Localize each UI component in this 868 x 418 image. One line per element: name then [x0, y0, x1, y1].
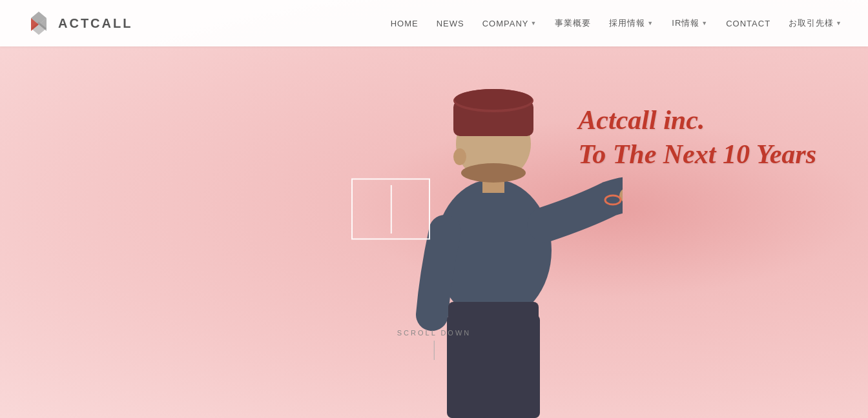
scroll-down-line	[434, 341, 435, 360]
site-header: ACTCALL HOME NEWS COMPANY ▼ 事業概要 採用情報 ▼ …	[0, 0, 868, 46]
hero-headline: Actcall inc. To The Next 10 Years	[578, 103, 816, 171]
svg-point-5	[455, 89, 532, 110]
decorative-rectangle	[351, 179, 430, 240]
logo-icon	[26, 10, 52, 36]
nav-ir[interactable]: IR情報 ▼	[672, 17, 708, 29]
headline-line2: To The Next 10 Years	[578, 137, 816, 172]
nav-partners[interactable]: お取引先様 ▼	[789, 17, 842, 29]
partners-dropdown-arrow: ▼	[836, 20, 842, 26]
nav-news[interactable]: NEWS	[437, 19, 464, 28]
scroll-down-button[interactable]: SCROLL DOWN	[397, 329, 471, 360]
scroll-down-label: SCROLL DOWN	[397, 329, 471, 337]
main-nav: HOME NEWS COMPANY ▼ 事業概要 採用情報 ▼ IR情報 ▼ C…	[391, 17, 842, 29]
logo-area[interactable]: ACTCALL	[26, 10, 132, 36]
nav-recruit[interactable]: 採用情報 ▼	[609, 17, 654, 29]
svg-point-12	[461, 163, 526, 183]
svg-point-13	[453, 148, 466, 165]
nav-home[interactable]: HOME	[391, 19, 418, 28]
hero-section: Actcall inc. To The Next 10 Years SCROLL…	[0, 0, 868, 418]
nav-company[interactable]: COMPANY ▼	[482, 19, 537, 28]
company-dropdown-arrow: ▼	[530, 20, 537, 26]
headline-line1: Actcall inc.	[578, 103, 816, 137]
recruit-dropdown-arrow: ▼	[647, 20, 654, 26]
nav-business[interactable]: 事業概要	[555, 17, 591, 29]
ir-dropdown-arrow: ▼	[701, 20, 708, 26]
svg-rect-11	[499, 315, 540, 418]
logo-text: ACTCALL	[58, 16, 132, 31]
nav-contact[interactable]: CONTACT	[726, 19, 770, 28]
